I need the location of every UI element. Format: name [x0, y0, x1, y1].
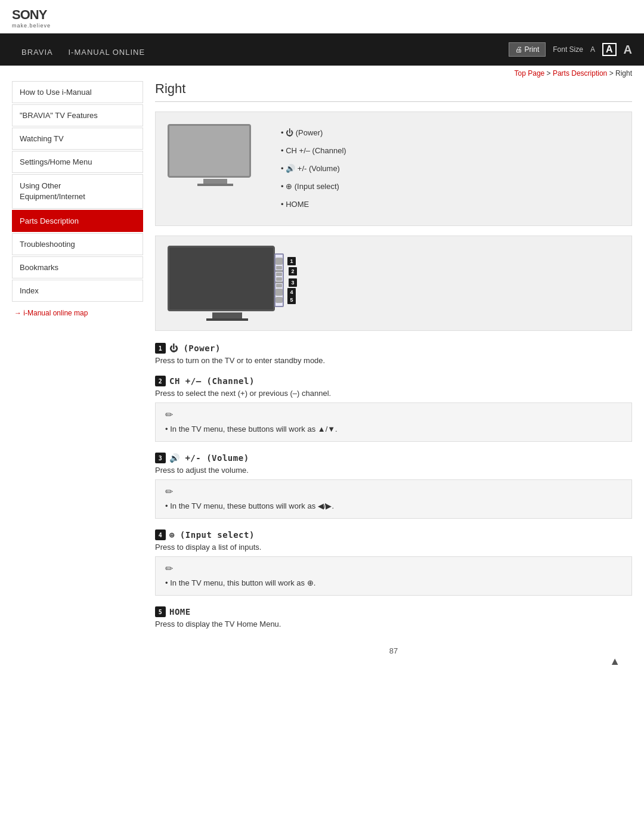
overview-list: ⏻ (Power) CH +/– (Channel) 🔊 +/- (Volume…	[281, 124, 346, 213]
num-badge-3: 3	[289, 278, 297, 287]
overview-box: ⏻ (Power) CH +/– (Channel) 🔊 +/- (Volume…	[155, 112, 632, 226]
header-controls: 🖨 Print Font Size A A A	[509, 42, 632, 57]
section-input-title: ⊕ (Input select)	[169, 530, 255, 540]
panel-btn-4: 4	[275, 289, 283, 296]
panel-btn-5: 5	[275, 297, 283, 303]
note-icon-1: ✏	[165, 409, 622, 420]
overview-item-channel: CH +/– (Channel)	[281, 142, 346, 160]
section-volume-heading: 3 🔊 +/- (Volume)	[155, 453, 632, 463]
page-title: Right	[155, 81, 632, 102]
tv-detail-stand	[212, 312, 242, 318]
tv-body	[168, 124, 251, 178]
section-volume-title: 🔊 +/- (Volume)	[169, 453, 249, 463]
page-footer: 87 ▲	[155, 646, 632, 655]
tv-base	[197, 184, 233, 186]
note-channel: ✏ In the TV menu, these buttons will wor…	[155, 402, 632, 442]
print-icon: 🖨	[515, 45, 522, 54]
font-size-medium[interactable]: A	[602, 43, 617, 56]
sidebar-map-link[interactable]: i-Manual online map	[12, 303, 143, 323]
scroll-top-button[interactable]: ▲	[609, 655, 620, 668]
section-channel-title: CH +/– (Channel)	[169, 376, 255, 386]
sony-logo: SONY	[12, 7, 632, 23]
breadcrumb-parts-description[interactable]: Parts Description	[553, 69, 607, 78]
sony-logo-area: SONY make.believe	[0, 0, 644, 33]
tv-illustration	[168, 124, 263, 186]
section-input-heading: 4 ⊕ (Input select)	[155, 529, 632, 540]
section-power-heading: 1 ⏻ (Power)	[155, 343, 632, 354]
breadcrumb-top-page[interactable]: Top Page	[515, 69, 545, 78]
num-2: 2	[155, 376, 166, 386]
num-5: 5	[155, 606, 166, 617]
overview-item-power: ⏻ (Power)	[281, 124, 346, 142]
note-input: ✏ In the TV menu, this button will work …	[155, 556, 632, 596]
sidebar-item-settings[interactable]: Settings/Home Menu	[12, 151, 143, 173]
panel-btn-3: 3	[275, 277, 283, 287]
note-input-item: In the TV menu, this button will work as…	[165, 577, 622, 589]
breadcrumb: Top Page > Parts Description > Right	[0, 66, 644, 81]
section-power-title: ⏻ (Power)	[169, 343, 221, 353]
font-size-large[interactable]: A	[624, 43, 632, 57]
header-bar: BRAVIA i-Manual online 🖨 Print Font Size…	[0, 33, 644, 66]
panel-btn-1: 1	[275, 258, 283, 265]
tv-stand	[203, 179, 227, 184]
tv-detail-base	[206, 318, 248, 321]
section-input-desc: Press to display a list of inputs.	[155, 543, 632, 552]
section-channel: 2 CH +/– (Channel) Press to select the n…	[155, 376, 632, 442]
detail-box: 1 2	[155, 236, 632, 331]
num-badge-1: 1	[287, 257, 296, 265]
section-channel-heading: 2 CH +/– (Channel)	[155, 376, 632, 386]
tv-detail-body: 1 2	[168, 246, 275, 311]
sidebar-item-parts-description[interactable]: Parts Description	[12, 210, 143, 232]
note-channel-item: In the TV menu, these buttons will work …	[165, 423, 622, 435]
num-3: 3	[155, 453, 166, 463]
note-icon-3: ✏	[165, 563, 622, 574]
note-volume-item: In the TV menu, these buttons will work …	[165, 500, 622, 512]
num-4: 4	[155, 529, 166, 540]
num-badge-4: 4	[287, 288, 296, 296]
page-number: 87	[155, 646, 632, 655]
overview-item-home: HOME	[281, 196, 346, 213]
font-size-label: Font Size	[553, 45, 583, 54]
sony-tagline: make.believe	[12, 23, 632, 29]
main-layout: How to Use i-Manual "BRAVIA" TV Features…	[0, 81, 644, 692]
section-power-desc: Press to turn on the TV or to enter stan…	[155, 356, 632, 365]
note-volume: ✏ In the TV menu, these buttons will wor…	[155, 479, 632, 519]
section-home-heading: 5 HOME	[155, 606, 632, 617]
section-channel-desc: Press to select the next (+) or previous…	[155, 389, 632, 398]
section-input: 4 ⊕ (Input select) Press to display a li…	[155, 529, 632, 596]
overview-item-input: ⊕ (Input select)	[281, 178, 346, 196]
sidebar-item-watching-tv[interactable]: Watching TV	[12, 128, 143, 150]
section-home-title: HOME	[169, 607, 191, 617]
tv-side-panel: 1 2	[274, 253, 284, 307]
sidebar-item-bravia-features[interactable]: "BRAVIA" TV Features	[12, 104, 143, 126]
panel-btn-2: 2	[275, 266, 283, 276]
note-icon-2: ✏	[165, 486, 622, 497]
content-area: Right ⏻ (Power) CH +/– (Channel) 🔊 +/- (…	[155, 81, 632, 668]
section-power: 1 ⏻ (Power) Press to turn on the TV or t…	[155, 343, 632, 365]
overview-item-volume: 🔊 +/- (Volume)	[281, 160, 346, 178]
sidebar-item-bookmarks[interactable]: Bookmarks	[12, 256, 143, 278]
font-size-small[interactable]: A	[590, 45, 595, 54]
sidebar: How to Use i-Manual "BRAVIA" TV Features…	[12, 81, 143, 668]
num-badge-5: 5	[287, 296, 296, 304]
breadcrumb-current: Right	[615, 69, 632, 78]
num-badge-2: 2	[289, 267, 297, 275]
tv-detail-illustration: 1 2	[168, 246, 287, 321]
section-home-desc: Press to display the TV Home Menu.	[155, 620, 632, 628]
sidebar-item-troubleshooting[interactable]: Troubleshooting	[12, 233, 143, 255]
num-1: 1	[155, 343, 166, 354]
bravia-logo: BRAVIA i-Manual online	[12, 40, 145, 59]
sidebar-item-other-equipment[interactable]: Using OtherEquipment/Internet	[12, 174, 143, 209]
print-button[interactable]: 🖨 Print	[509, 42, 546, 57]
section-volume: 3 🔊 +/- (Volume) Press to adjust the vol…	[155, 453, 632, 519]
sidebar-item-how-to-use[interactable]: How to Use i-Manual	[12, 81, 143, 103]
sidebar-item-index[interactable]: Index	[12, 280, 143, 302]
section-volume-desc: Press to adjust the volume.	[155, 466, 632, 475]
section-home: 5 HOME Press to display the TV Home Menu…	[155, 606, 632, 628]
